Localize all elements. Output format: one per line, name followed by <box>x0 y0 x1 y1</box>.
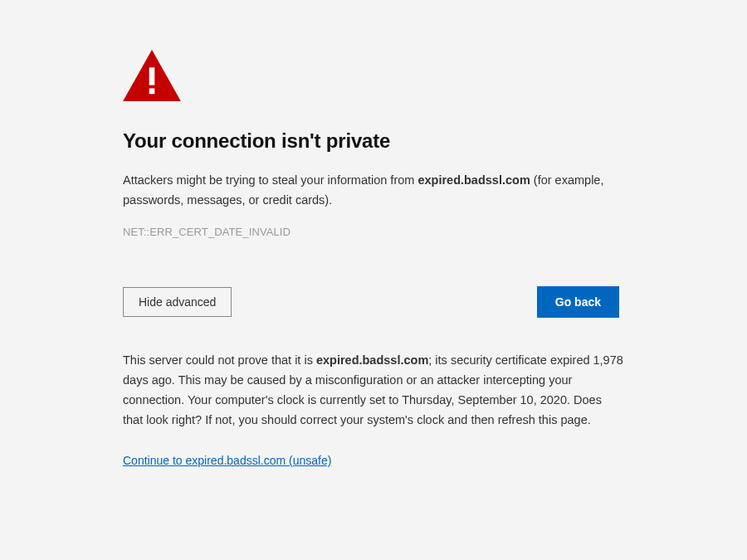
svg-rect-2 <box>149 89 155 95</box>
desc-prefix: Attackers might be trying to steal your … <box>123 173 417 187</box>
error-code: NET::ERR_CERT_DATE_INVALID <box>123 226 624 238</box>
svg-rect-1 <box>149 67 155 85</box>
warning-triangle-icon <box>123 50 624 101</box>
advanced-detail-text: This server could not prove that it is e… <box>123 351 624 431</box>
hide-advanced-button[interactable]: Hide advanced <box>123 287 232 317</box>
detail-prefix: This server could not prove that it is <box>123 353 316 367</box>
action-button-row: Hide advanced Go back <box>123 286 619 318</box>
detail-host: expired.badssl.com <box>316 353 428 367</box>
continue-unsafe-link[interactable]: Continue to expired.badssl.com (unsafe) <box>123 454 331 467</box>
page-title: Your connection isn't private <box>123 129 624 153</box>
go-back-button[interactable]: Go back <box>537 286 619 318</box>
ssl-error-page: Your connection isn't private Attackers … <box>0 0 747 518</box>
desc-host: expired.badssl.com <box>417 173 530 187</box>
warning-description: Attackers might be trying to steal your … <box>123 171 621 211</box>
